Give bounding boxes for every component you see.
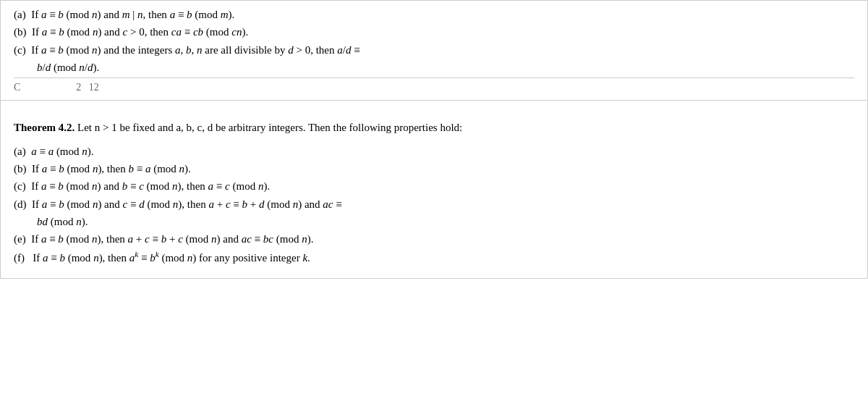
top-section: (a) If a ≡ b (mod n) and m | n, then a ≡…	[0, 0, 868, 101]
prop-a: (a) a ≡ a (mod n).	[14, 143, 854, 160]
page-container: (a) If a ≡ b (mod n) and m | n, then a ≡…	[0, 0, 868, 412]
prop-d-cont: bd (mod n).	[14, 214, 854, 230]
top-line-c-cont: b/d (mod n/d).	[14, 59, 854, 76]
prop-e: (e) If a ≡ b (mod n), then a + c ≡ b + c…	[14, 231, 854, 248]
top-line-a: (a) If a ≡ b (mod n) and m | n, then a ≡…	[14, 7, 854, 23]
prop-f: (f) If a ≡ b (mod n), then ak ≡ bk (mod …	[14, 248, 854, 266]
top-line-c: (c) If a ≡ b (mod n) and the integers a,…	[14, 42, 854, 59]
cut-line: C 2 12	[14, 77, 854, 96]
theorem-section: Theorem 4.2. Let n > 1 be fixed and a, b…	[0, 109, 868, 279]
theorem-title: Theorem 4.2.	[14, 122, 75, 133]
theorem-intro-text: Let n > 1 be fixed and a, b, c, d be arb…	[75, 122, 462, 133]
properties-list: (a) a ≡ a (mod n). (b) If a ≡ b (mod n),…	[14, 143, 854, 267]
prop-d: (d) If a ≡ b (mod n) and c ≡ d (mod n), …	[14, 196, 854, 213]
spacer	[0, 101, 868, 109]
prop-b: (b) If a ≡ b (mod n), then b ≡ a (mod n)…	[14, 161, 854, 177]
theorem-intro: Theorem 4.2. Let n > 1 be fixed and a, b…	[14, 119, 854, 136]
top-line-b: (b) If a ≡ b (mod n) and c > 0, then ca …	[14, 24, 854, 41]
prop-c: (c) If a ≡ b (mod n) and b ≡ c (mod n), …	[14, 178, 854, 195]
